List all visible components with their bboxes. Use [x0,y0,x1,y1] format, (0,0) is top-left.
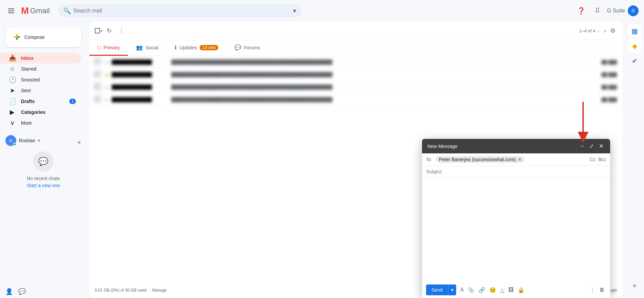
photo-button[interactable]: 🖼 [507,285,515,294]
nav-section: 📥 Inbox ☆ Starred 🕐 Snoozed ➤ Sent 📄 Dra… [0,53,87,128]
table-row[interactable]: ☆ ████████████ █████████████████████████… [89,81,622,94]
bcc-button[interactable]: Bcc [598,157,606,162]
compose-button[interactable]: ✚ Compose [5,27,81,47]
table-row[interactable]: ☆ ████████████ █████████████████████████… [89,94,622,106]
contacts-icon[interactable]: 👤 [5,288,13,295]
drive-button[interactable]: △ [499,285,506,295]
close-compose-button[interactable]: ✕ [598,142,605,150]
email-time: ██ ███ [601,85,617,90]
table-row[interactable]: ★ ████████████ █████████████████████████… [89,69,622,81]
star-button[interactable]: ☆ [104,84,109,91]
email-checkbox[interactable] [95,71,102,78]
table-row[interactable]: ☆ ████████████ █████████████████████████… [89,56,622,69]
email-sender: ████████████ [112,72,166,77]
search-bar[interactable]: 🔍 ▾ [58,4,302,17]
next-page-button[interactable]: › [603,26,607,36]
to-label: To [426,157,433,162]
calendar-icon[interactable]: ▦ [628,24,641,38]
account-avatar[interactable]: R [628,5,639,16]
emoji-button[interactable]: 😊 [488,285,497,295]
new-chat-button[interactable]: + [77,139,81,147]
apps-button[interactable]: ⠿ [591,4,604,18]
search-dropdown-icon[interactable]: ▾ [293,7,296,15]
gmail-logo: M Gmail [21,5,50,16]
inbox-tabs: □ Primary 👥 Social ℹ Updates 13 new 💬 Fo… [89,40,622,56]
start-new-chat-link[interactable]: Start a new one [27,183,60,188]
compose-to-row: To Peter Banerjea (successiswhat.com) ✕ … [422,153,610,166]
refresh-button[interactable]: ↻ [104,24,114,37]
remove-recipient-button[interactable]: ✕ [518,157,522,162]
email-toolbar: ▾ ↻ ⋮ 1–4 of 4 ‹ › ⚙ [89,22,622,40]
compose-body-textarea[interactable] [426,182,606,276]
email-checkbox[interactable] [95,84,102,91]
star-icon: ☆ [9,65,16,73]
select-all-checkbox[interactable]: ▾ [95,28,103,33]
send-dropdown-icon[interactable]: ▾ [448,284,456,295]
starred-label: Starred [21,66,76,72]
keep-icon[interactable]: ◆ [628,39,641,53]
cc-bcc-buttons: Cc Bcc [590,157,606,162]
menu-button[interactable] [5,6,17,16]
compose-label: Compose [24,34,45,40]
more-options-compose-button[interactable]: ⋮ [589,285,597,295]
to-input[interactable] [527,157,587,162]
minimize-button[interactable]: − [579,143,585,150]
tab-social[interactable]: 👥 Social [128,40,166,56]
social-tab-icon: 👥 [136,44,143,51]
format-text-button[interactable]: A [459,285,465,294]
right-sidebar: ▦ ◆ ✔ + [625,22,644,298]
compose-header[interactable]: New Message − ⤢ ✕ [422,139,610,153]
clock-icon: 🕐 [9,76,16,83]
email-preview: ████████████████████████████████████████… [171,84,596,90]
compose-title: New Message [427,144,458,149]
sidebar: ✚ Compose 📥 Inbox ☆ Starred 🕐 Snoozed ➤ … [0,22,87,298]
gsuite-logo: G Suite [607,8,625,14]
tasks-icon[interactable]: ✔ [628,54,641,68]
expand-sidebar-icon[interactable]: + [628,279,641,293]
sidebar-item-inbox[interactable]: 📥 Inbox [0,53,81,64]
prev-page-button[interactable]: ‹ [597,26,601,36]
email-sender: ████████████ [112,59,166,65]
help-button[interactable]: ❓ [575,4,588,18]
updates-tab-icon: ℹ [175,44,177,51]
attach-button[interactable]: 📎 [466,285,476,295]
link-button[interactable]: 🔗 [477,285,487,295]
tab-updates[interactable]: ℹ Updates 13 new [166,40,226,56]
checkbox-dropdown-icon[interactable]: ▾ [101,29,103,33]
sidebar-item-snoozed[interactable]: 🕐 Snoozed [0,74,81,85]
sidebar-item-starred[interactable]: ☆ Starred [0,64,81,74]
social-tab-label: Social [146,45,158,50]
manage-link[interactable]: Manage [152,288,166,293]
send-button[interactable]: Send ▾ [426,284,456,295]
expand-button[interactable]: ⤢ [588,142,595,150]
more-options-button[interactable]: ⋮ [116,24,127,37]
confidential-button[interactable]: 🔒 [516,285,526,295]
settings-button[interactable]: ⚙ [609,26,617,36]
primary-tab-label: Primary [104,45,120,50]
chat-user[interactable]: R Roshan ▾ [5,134,40,151]
star-button[interactable]: ☆ [104,59,109,66]
subject-input[interactable] [426,169,606,174]
sidebar-item-sent[interactable]: ➤ Sent [0,85,81,96]
chat-bottom-icon[interactable]: 💬 [18,288,26,295]
sidebar-item-categories[interactable]: ▶ Categories [0,107,81,118]
email-checkbox[interactable] [95,59,102,66]
compose-body [422,178,610,282]
sent-label: Sent [21,88,76,93]
tab-primary[interactable]: □ Primary [89,40,128,56]
more-label: More [21,120,76,126]
toolbar-left: ▾ ↻ ⋮ [95,24,127,37]
cc-button[interactable]: Cc [590,157,596,162]
email-checkbox[interactable] [95,96,102,103]
delete-draft-button[interactable]: 🗑 [598,285,606,294]
send-label: Send [426,284,448,295]
email-preview: ████████████████████████████████████████… [171,97,596,102]
chat-avatar: R [5,135,16,146]
star-button[interactable]: ★ [104,72,109,78]
sidebar-item-drafts[interactable]: 📄 Drafts 1 [0,96,81,107]
snoozed-label: Snoozed [21,77,76,82]
tab-forums[interactable]: 💬 Forums [226,40,268,56]
sidebar-item-more[interactable]: ∨ More [0,118,81,128]
search-input[interactable] [73,8,290,14]
star-button[interactable]: ☆ [104,97,109,103]
